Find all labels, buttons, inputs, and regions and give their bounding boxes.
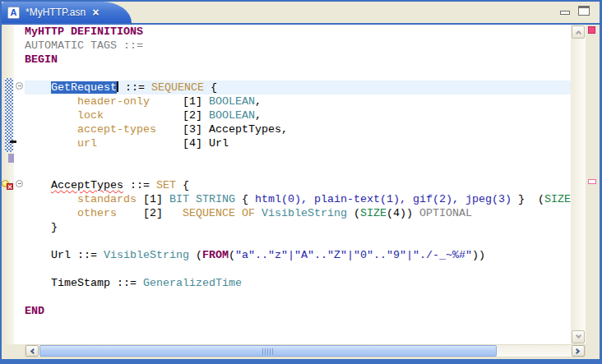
error-badge-icon: [7, 183, 13, 190]
code-token: } (: [512, 193, 544, 205]
scroll-down-icon: [575, 333, 581, 339]
code-token: BIT STRING: [169, 193, 235, 205]
code-token: END: [25, 305, 44, 317]
code-token: SEQUENCE OF: [183, 207, 255, 219]
code-token: (: [229, 249, 235, 261]
scroll-up-icon: [575, 30, 581, 36]
code-token: others: [77, 207, 117, 219]
code-token: TimeStamp ::=: [25, 277, 143, 289]
error-status-square: [588, 26, 595, 34]
code-token: header-only: [77, 95, 150, 108]
code-line[interactable]: [25, 67, 571, 81]
scrollbar-grip: [262, 348, 274, 355]
code-token: Url ::=: [25, 249, 104, 261]
code-token: (4)): [387, 207, 419, 219]
fold-collapse-icon[interactable]: [16, 82, 23, 90]
code-token: standards: [77, 193, 137, 205]
code-line[interactable]: [25, 164, 571, 178]
code-line[interactable]: }: [25, 220, 571, 234]
code-line[interactable]: [25, 234, 571, 248]
code-token: [25, 137, 77, 150]
code-token: }: [25, 221, 58, 233]
code-editor[interactable]: MyHTTP DEFINITIONSAUTOMATIC TAGS ::=BEGI…: [25, 25, 571, 344]
fold-collapse-icon[interactable]: [16, 180, 23, 187]
code-token: Url: [209, 137, 229, 150]
vertical-scrollbar[interactable]: [571, 25, 586, 344]
tab-myhttp-asn[interactable]: A *MyHTTP.asn ×: [2, 2, 102, 23]
scroll-up-button[interactable]: [572, 25, 585, 39]
scroll-left-icon: [30, 348, 36, 354]
code-token: SEQUENCE: [151, 81, 204, 94]
code-token: [25, 109, 77, 122]
code-token: [1]: [137, 193, 169, 205]
code-line[interactable]: MyHTTP DEFINITIONS: [25, 25, 571, 39]
scroll-left-button[interactable]: [25, 345, 39, 357]
code-token: (: [347, 207, 360, 219]
view-controls: [560, 6, 590, 16]
code-line[interactable]: TimeStamp ::= GeneralizedTime: [25, 276, 571, 290]
minimize-icon[interactable]: [560, 7, 570, 15]
code-token: lock: [77, 109, 104, 122]
maximize-icon[interactable]: [578, 6, 590, 16]
code-line[interactable]: Url ::= VisibleString (FROM("a".."z"|"A"…: [25, 248, 571, 262]
error-quickfix-lightbulb-icon[interactable]: [2, 179, 13, 190]
code-token: url: [77, 137, 97, 150]
code-token: AUTOMATIC TAGS ::=: [25, 39, 143, 52]
code-token: VisibleString: [104, 249, 189, 261]
close-icon[interactable]: ×: [92, 7, 99, 18]
code-token: ::=: [118, 81, 151, 94]
code-token: GeneralizedTime: [143, 277, 242, 289]
code-line[interactable]: accept-types [3] AcceptTypes,: [25, 122, 571, 136]
code-line[interactable]: header-only [1] BOOLEAN,: [25, 94, 571, 108]
code-line[interactable]: GetRequest ::= SEQUENCE {: [25, 81, 571, 94]
position-marker: [8, 154, 14, 163]
code-token: SET: [156, 179, 176, 191]
code-token: [25, 179, 51, 191]
code-token: )): [472, 249, 485, 261]
scroll-right-button[interactable]: [572, 345, 585, 357]
scroll-right-icon: [574, 348, 580, 354]
selected-token: GetRequest: [51, 81, 117, 94]
code-token: {: [176, 179, 189, 191]
scroll-down-button[interactable]: [572, 330, 585, 343]
code-token: AcceptTypes,: [209, 123, 288, 136]
editor-tab-bar: A *MyHTTP.asn ×: [2, 2, 600, 23]
overview-ruler: [586, 25, 600, 344]
code-line[interactable]: url [4] Url: [25, 136, 571, 150]
code-token: ::=: [123, 179, 156, 191]
code-token: [1]: [150, 95, 209, 108]
code-token: {: [204, 81, 217, 94]
code-line[interactable]: END: [25, 304, 571, 318]
code-token: FROM: [202, 249, 229, 261]
code-line[interactable]: [25, 262, 571, 276]
code-token: [25, 123, 77, 136]
code-token: ,: [255, 109, 262, 122]
folding-column: [14, 25, 25, 344]
editor-window: A *MyHTTP.asn × MyHTTP DEFINITIONSAUTOMA…: [0, 0, 602, 364]
code-token: {: [235, 193, 255, 205]
code-line[interactable]: [25, 290, 571, 304]
code-line[interactable]: [25, 150, 571, 164]
tab-curve-decoration: [102, 2, 132, 23]
code-token: SIZE: [360, 207, 387, 219]
code-token: BOOLEAN: [209, 95, 255, 108]
code-token: html(0), plain-text(1), gif(2), jpeg(3): [255, 193, 512, 205]
code-line[interactable]: others [2] SEQUENCE OF VisibleString (SI…: [25, 206, 571, 220]
editor-area: MyHTTP DEFINITIONSAUTOMATIC TAGS ::=BEGI…: [2, 23, 600, 344]
error-overview-marker[interactable]: [588, 179, 596, 184]
horizontal-scrollbar-thumb[interactable]: [39, 345, 497, 357]
code-line[interactable]: standards [1] BIT STRING { html(0), plai…: [25, 192, 571, 206]
code-line[interactable]: AcceptTypes ::= SET {: [25, 178, 571, 192]
code-token: [3]: [156, 123, 209, 136]
code-token: AcceptTypes: [51, 179, 123, 191]
scrollbar-left-gap: [2, 344, 25, 357]
code-token: [255, 207, 262, 219]
code-line[interactable]: lock [2] BOOLEAN,: [25, 108, 571, 122]
code-token: [25, 81, 51, 94]
code-token: [4]: [97, 137, 209, 150]
code-token: MyHTTP DEFINITIONS: [25, 25, 143, 38]
horizontal-scrollbar[interactable]: [25, 344, 586, 357]
code-token: [25, 95, 77, 108]
code-line[interactable]: BEGIN: [25, 53, 571, 67]
code-line[interactable]: AUTOMATIC TAGS ::=: [25, 39, 571, 53]
